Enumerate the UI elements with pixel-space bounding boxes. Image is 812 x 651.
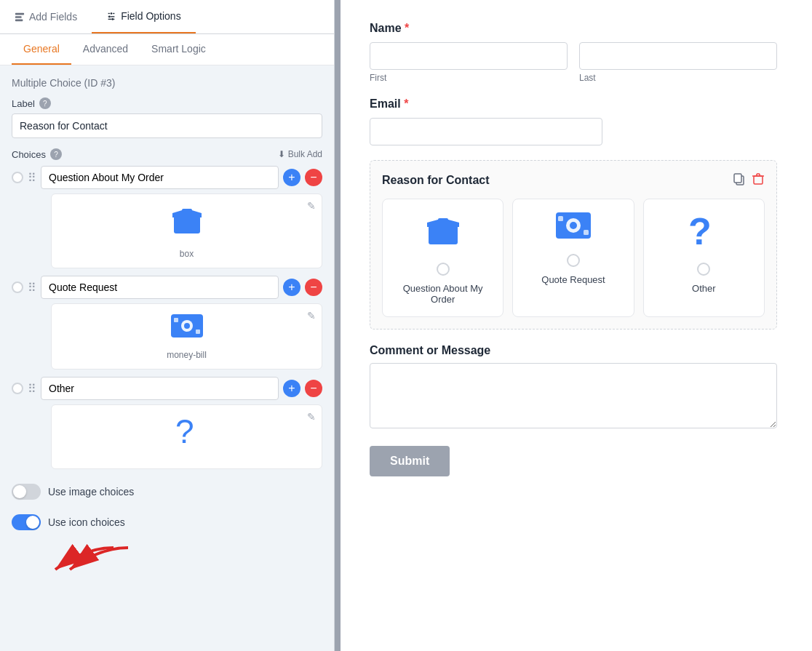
money-bill-icon: [170, 313, 204, 346]
name-field-label: Name *: [370, 22, 777, 35]
choice-add-btn-3[interactable]: +: [283, 380, 300, 397]
bulk-add-button[interactable]: ⬇ Bulk Add: [278, 149, 322, 159]
sub-tab-smart-logic[interactable]: Smart Logic: [140, 34, 218, 65]
choice-icon-preview-2: ✎ money-bill: [51, 303, 322, 370]
sub-tab-advanced[interactable]: Advanced: [71, 34, 140, 65]
comment-textarea[interactable]: [370, 363, 777, 428]
svg-rect-0: [15, 13, 24, 15]
choice-input-2[interactable]: [41, 276, 279, 299]
panel-content: Multiple Choice (ID #3) Label ? Choices …: [0, 65, 334, 651]
first-name-field: First: [370, 42, 568, 83]
icon-edit-2[interactable]: ✎: [307, 310, 316, 321]
drag-handle-1[interactable]: ⠿: [28, 171, 36, 185]
email-input[interactable]: [370, 118, 602, 145]
name-field-group: Name * First Last: [370, 22, 777, 83]
toggle-image-choices[interactable]: [12, 484, 41, 500]
drag-handle-3[interactable]: ⠿: [28, 382, 36, 396]
choice-card-radio-3[interactable]: [697, 263, 710, 276]
toggle-icon-choices-row: Use icon choices: [12, 507, 322, 538]
svg-rect-18: [196, 330, 200, 334]
choice-radio-2[interactable]: [12, 281, 23, 293]
field-title: Multiple Choice (ID #3): [12, 77, 322, 89]
submit-button[interactable]: Submit: [370, 446, 450, 476]
choice-row-3: ⠿ + −: [12, 377, 322, 400]
left-panel: Add Fields Field Options General Advance…: [0, 0, 335, 651]
name-required-star: *: [405, 22, 409, 34]
icon-edit-1[interactable]: ✎: [307, 200, 316, 212]
label-help-icon[interactable]: ?: [39, 97, 51, 109]
red-arrow-svg: [48, 540, 135, 584]
choice-remove-btn-3[interactable]: −: [305, 380, 322, 397]
icon-edit-3[interactable]: ✎: [307, 411, 316, 423]
choice-item-2: ⠿ + − ✎ money-bill: [12, 276, 322, 370]
copy-icon: [733, 172, 746, 185]
money-bill-icon-label: money-bill: [167, 350, 207, 360]
svg-point-16: [184, 323, 190, 329]
toggle-icon-choices[interactable]: [12, 514, 41, 530]
choices-header: Choices ? ⬇ Bulk Add: [12, 148, 322, 160]
svg-point-32: [570, 222, 577, 229]
form-section: Name * First Last Email *: [370, 22, 777, 476]
sub-tabs: General Advanced Smart Logic: [0, 34, 334, 65]
comment-section: Comment or Message: [370, 344, 777, 431]
toggle-image-choices-row: Use image choices: [12, 476, 322, 507]
svg-rect-33: [558, 216, 563, 221]
label-input[interactable]: [12, 113, 322, 138]
svg-point-6: [108, 16, 111, 18]
choice-card-radio-1[interactable]: [437, 263, 450, 276]
choice-icon-preview-3: ✎ ?: [51, 404, 322, 469]
choice-card-radio-2[interactable]: [567, 254, 580, 267]
trash-icon: [752, 172, 765, 185]
choices-help-icon[interactable]: ?: [50, 148, 62, 160]
svg-rect-17: [174, 318, 178, 322]
svg-rect-22: [734, 174, 741, 183]
choice-radio-3[interactable]: [12, 383, 23, 394]
email-field-label: Email *: [370, 97, 777, 111]
choice-item-1: ⠿ + − ✎ box: [12, 166, 322, 268]
svg-point-9: [112, 18, 114, 20]
choice-input-3[interactable]: [41, 377, 279, 400]
reason-copy-button[interactable]: [733, 172, 746, 188]
svg-rect-23: [754, 176, 763, 184]
toggle-image-choices-label: Use image choices: [48, 486, 134, 498]
choice-add-btn-1[interactable]: +: [283, 169, 300, 186]
sub-tab-general[interactable]: General: [12, 34, 71, 65]
last-name-input[interactable]: [579, 42, 777, 70]
label-row: Label ?: [12, 97, 322, 109]
drag-handle-2[interactable]: ⠿: [28, 281, 36, 295]
reason-delete-button[interactable]: [752, 172, 765, 188]
svg-rect-34: [584, 230, 589, 235]
tabs-header: Add Fields Field Options: [0, 0, 334, 34]
choice-add-btn-2[interactable]: +: [283, 279, 300, 296]
svg-rect-12: [174, 216, 200, 233]
panel-splitter[interactable]: [335, 0, 341, 651]
svg-rect-29: [438, 218, 448, 225]
box-icon-label: box: [180, 249, 194, 259]
choice-card-1[interactable]: Question About My Order: [382, 199, 503, 317]
choice-input-1[interactable]: [41, 166, 279, 189]
arrow-annotation: [12, 538, 322, 584]
first-name-input[interactable]: [370, 42, 568, 70]
choice-card-money-icon: [554, 211, 592, 247]
choice-radio-1[interactable]: [12, 172, 23, 183]
question-icon: ?: [172, 414, 202, 455]
svg-rect-13: [182, 209, 192, 216]
choice-card-label-3: Other: [692, 283, 716, 294]
reason-choices-grid: Question About My Order Quot: [382, 199, 765, 317]
svg-rect-1: [15, 16, 22, 18]
tab-field-options[interactable]: Field Options: [92, 0, 195, 33]
choice-card-3[interactable]: ? Other: [643, 199, 765, 317]
name-row: First Last: [370, 42, 777, 83]
choice-remove-btn-2[interactable]: −: [305, 279, 322, 296]
tab-add-fields[interactable]: Add Fields: [0, 0, 92, 33]
toggle-icon-choices-label: Use icon choices: [48, 516, 125, 528]
email-required-star: *: [404, 97, 408, 110]
choice-card-2[interactable]: Quote Request: [512, 199, 634, 317]
choice-remove-btn-1[interactable]: −: [305, 169, 322, 186]
reason-for-contact-section: Reason for Contact: [370, 160, 777, 330]
choice-icon-preview-1: ✎ box: [51, 193, 322, 268]
svg-rect-2: [15, 20, 23, 22]
last-name-label: Last: [579, 73, 777, 83]
svg-text:?: ?: [688, 211, 712, 249]
choices-label: Choices ?: [12, 148, 62, 160]
